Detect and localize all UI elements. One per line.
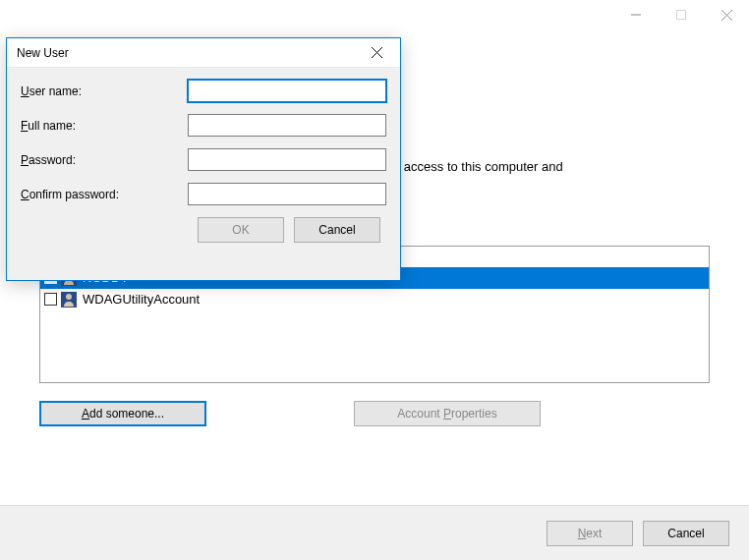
cancel-button[interactable]: Cancel (643, 521, 729, 546)
password-input[interactable] (188, 148, 386, 171)
user-name-label: WDAGUtilityAccount (81, 292, 200, 307)
confirm-password-input[interactable] (188, 183, 386, 205)
username-input[interactable] (188, 80, 386, 102)
wizard-footer: Next Cancel (0, 505, 749, 560)
fullname-label: Full name: (21, 119, 188, 133)
minimize-button[interactable] (613, 0, 659, 29)
parent-titlebar (0, 0, 749, 29)
dialog-body: User name: Full name: Password: Confirm … (7, 68, 400, 252)
svg-rect-1 (677, 11, 686, 20)
close-button[interactable] (704, 0, 749, 29)
add-someone-button[interactable]: Add someone... (39, 401, 206, 426)
dialog-titlebar: New User (7, 38, 400, 68)
new-user-dialog: New User User name: Full name: Password:… (6, 37, 401, 281)
user-icon (61, 292, 77, 308)
password-label: Password: (21, 153, 188, 167)
list-item[interactable]: WDAGUtilityAccount (40, 289, 709, 310)
ok-button: OK (198, 217, 284, 243)
maximize-button[interactable] (659, 0, 704, 29)
dialog-cancel-button[interactable]: Cancel (294, 217, 380, 243)
user-checkbox[interactable] (44, 293, 57, 306)
username-label: User name: (21, 84, 188, 98)
confirm-password-label: Confirm password: (21, 188, 188, 201)
fullname-input[interactable] (188, 114, 386, 137)
user-action-buttons: Add someone... Account Properties (39, 401, 710, 426)
next-button: Next (547, 521, 633, 546)
svg-point-9 (66, 294, 72, 300)
dialog-close-button[interactable] (355, 39, 398, 67)
dialog-title: New User (17, 46, 69, 60)
instruction-text: n access to this computer and (393, 157, 749, 177)
account-properties-button: Account Properties (354, 401, 541, 426)
